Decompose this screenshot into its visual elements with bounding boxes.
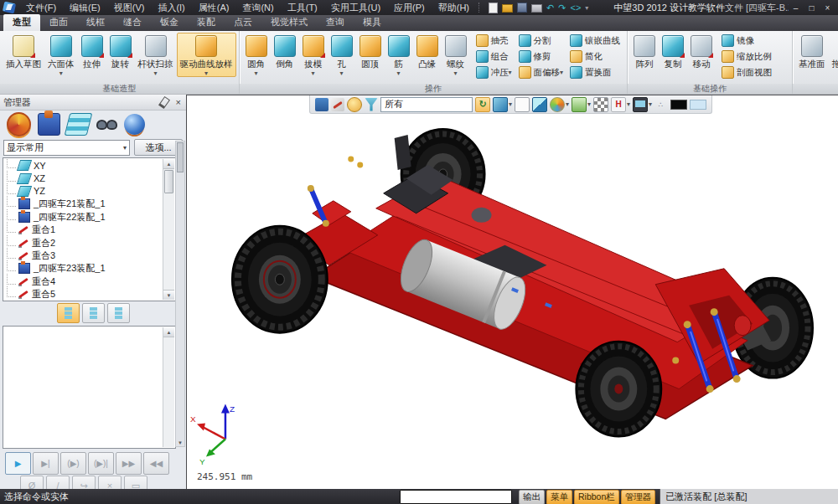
code-brackets-icon[interactable]: <> [570, 3, 581, 13]
tab-sheetmetal[interactable]: 钣金 [151, 14, 188, 31]
tree-item-constraint[interactable]: 重合2 [4, 236, 163, 249]
tree-item-xy-plane[interactable]: XY [4, 159, 163, 172]
divide-button[interactable]: 分割 [516, 33, 568, 49]
datum-display-control[interactable]: H▾ [611, 97, 630, 112]
detail-list-box[interactable]: ▲ [3, 326, 176, 449]
reorder-button[interactable]: ↪ [72, 476, 96, 489]
tree-item-subassembly[interactable]: _四驱车22装配_1 [4, 211, 163, 224]
visibility-manager-icon[interactable] [96, 114, 117, 135]
datum-plane-button[interactable]: 基准面 [795, 33, 829, 71]
menu-file[interactable]: 文件(F) [19, 0, 63, 16]
tree-item-subassembly[interactable]: _四驱车23装配_1 [4, 262, 163, 275]
tab-pointcloud[interactable]: 点云 [225, 14, 261, 31]
drag-datum-button[interactable]: 拖拽基准面 [829, 33, 838, 71]
rewind-button[interactable]: ◀◀ [143, 452, 169, 475]
sweep-button[interactable]: 杆状扫掠 ▾ [135, 33, 177, 77]
play-button[interactable]: ▶ [5, 452, 31, 475]
scale-button[interactable]: 缩放比例 [719, 49, 776, 64]
wheel-front-right[interactable] [576, 342, 661, 437]
combine-button[interactable]: 组合 [473, 49, 516, 64]
hole-button[interactable]: 孔 ▾ [328, 33, 356, 77]
panel-scrollbar[interactable]: ▼ [175, 141, 185, 447]
open-file-icon[interactable] [502, 4, 513, 13]
background-image-control[interactable]: ▾ [572, 97, 591, 112]
simplify-button[interactable]: 简化 [567, 49, 624, 64]
pick-face-icon[interactable] [347, 97, 362, 112]
layer-manager-icon[interactable] [65, 113, 93, 136]
box-button[interactable]: 六面体 ▾ [44, 33, 78, 77]
pattern-background-icon[interactable] [593, 97, 608, 112]
print-icon[interactable] [531, 4, 542, 13]
menu-attributes[interactable]: 属性(A) [192, 0, 236, 16]
blue-background-swatch[interactable] [690, 100, 706, 110]
revolve-button[interactable]: 旋转 [106, 33, 135, 71]
mirror-button[interactable]: 镜像 [719, 33, 776, 49]
move-button[interactable]: 移动 [687, 33, 716, 71]
menu-applications[interactable]: 应用(P) [387, 0, 432, 16]
menu-edit[interactable]: 编辑(E) [63, 0, 107, 16]
wheel-front-left[interactable] [232, 226, 328, 333]
thread-button[interactable]: 螺纹 ▾ [442, 33, 470, 77]
maximize-button[interactable]: □ [804, 3, 819, 13]
edit-feature-button[interactable]: / [46, 476, 70, 489]
replace-face-button[interactable]: 置换面 [567, 64, 624, 80]
tree-item-constraint[interactable]: 重合5 [4, 288, 163, 300]
minimize-button[interactable]: – [789, 3, 803, 13]
filter-icon[interactable] [365, 98, 378, 111]
delete-feature-button[interactable]: × [98, 476, 122, 489]
tree-item-constraint[interactable]: 重合3 [4, 249, 163, 262]
play-to-end-button[interactable]: (▶)| [88, 452, 114, 475]
display-filter-select[interactable]: 显示常用 ▾ [3, 140, 130, 156]
dome-button[interactable]: 圆顶 [356, 33, 385, 71]
driven-curve-loft-button[interactable]: 驱动曲线放样 ▾ [177, 33, 236, 77]
display-settings-control[interactable]: ▾ [633, 97, 652, 112]
chamfer-button[interactable]: 倒角 [271, 33, 299, 71]
suppress-button[interactable]: Ø [20, 476, 44, 489]
rib-button[interactable]: 筋 ▾ [385, 33, 413, 77]
menu-toggle[interactable]: 菜单 [546, 490, 572, 504]
black-background-swatch[interactable] [670, 100, 687, 110]
scrollbar-thumb[interactable] [177, 142, 184, 172]
output-toggle[interactable]: 输出 [519, 490, 545, 504]
view-mode-hierarchy-button[interactable] [107, 303, 130, 323]
flange-button[interactable]: 凸缘 [413, 33, 442, 71]
menu-view[interactable]: 视图(V) [107, 0, 152, 16]
view-mode-tree-button[interactable] [82, 303, 105, 323]
manager-toggle[interactable]: 管理器 [621, 490, 656, 504]
tab-visual-style[interactable]: 视觉样式 [261, 14, 317, 31]
rotate-view-icon[interactable]: ↻ [475, 97, 490, 112]
tab-wireframe[interactable]: 线框 [77, 14, 114, 31]
tab-sew[interactable]: 缝合 [114, 14, 151, 31]
menu-insert[interactable]: 插入(I) [151, 0, 191, 16]
panel-close-icon[interactable]: × [174, 97, 183, 107]
view-mode-list-button[interactable] [57, 303, 80, 323]
embed-curve-button[interactable]: 镶嵌曲线 [567, 33, 624, 49]
shell-button[interactable]: 抽壳 [473, 33, 516, 49]
scroll-down-icon[interactable]: ▼ [163, 290, 174, 300]
selection-filter-select[interactable]: 所有 [380, 97, 473, 112]
tab-assembly[interactable]: 装配 [188, 14, 225, 31]
extrude-button[interactable]: 拉伸 [78, 33, 106, 71]
shade-mode-control[interactable]: ▾ [493, 97, 512, 112]
fast-forward-button[interactable]: ▶▶ [116, 452, 142, 475]
punch-button[interactable]: 冲压▾ [473, 64, 516, 80]
menu-utilities[interactable]: 实用工具(U) [324, 0, 387, 16]
pick-curve-icon[interactable] [331, 98, 344, 111]
tab-shape[interactable]: 造型 [3, 14, 40, 31]
new-file-icon[interactable] [489, 3, 498, 13]
appearance-control[interactable]: ▾ [550, 97, 569, 112]
detail-scrollbar[interactable]: ▲ [163, 327, 174, 447]
face-offset-button[interactable]: 面偏移▾ [516, 64, 568, 80]
tree-item-constraint[interactable]: 重合4 [4, 275, 163, 288]
play-to-button[interactable]: (▶) [60, 452, 86, 475]
menu-help[interactable]: 帮助(H) [432, 0, 476, 16]
ribbon-toggle[interactable]: Ribbon栏 [574, 490, 619, 504]
tree-item-constraint[interactable]: 重合1 [4, 224, 163, 236]
tab-mold[interactable]: 模具 [354, 14, 391, 31]
undo-icon[interactable]: ↶ [546, 3, 554, 13]
section-display-icon[interactable] [532, 97, 547, 112]
tree-scrollbar[interactable]: ▲ ▼ [163, 159, 174, 300]
wireframe-display-icon[interactable] [515, 97, 530, 112]
history-manager-icon[interactable] [7, 112, 31, 136]
close-button[interactable]: × [820, 3, 835, 13]
